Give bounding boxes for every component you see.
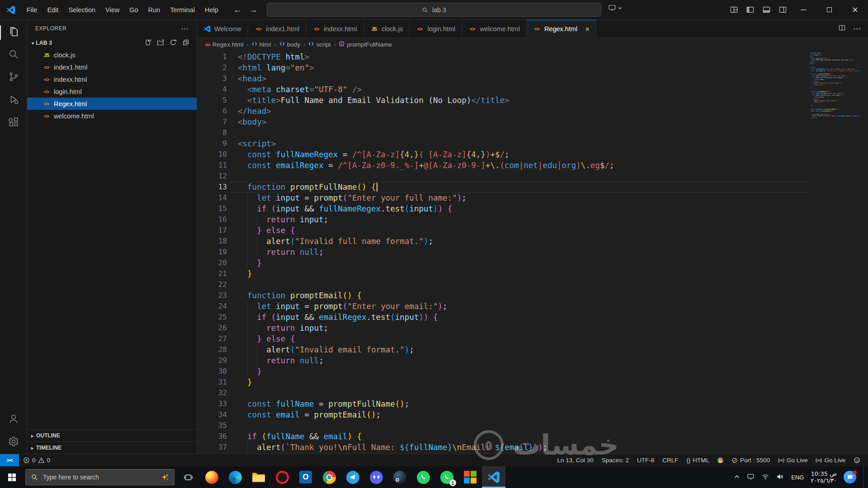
- code-line-3[interactable]: 3<head>: [197, 73, 808, 84]
- more-actions-icon[interactable]: ⋯: [853, 24, 861, 33]
- code-line-19[interactable]: 19 return null;: [197, 247, 808, 258]
- chat-notification-icon[interactable]: [844, 471, 856, 483]
- refresh-icon[interactable]: [170, 39, 177, 47]
- taskbar-app-file-explorer[interactable]: [247, 466, 270, 488]
- file-item-clock.js[interactable]: JSclock.js: [27, 49, 197, 61]
- code-editor[interactable]: 1<!DOCTYPE html>2<html lang="en">3<head>…: [197, 51, 868, 454]
- code-line-11[interactable]: 11 const emailRegex = /^[A-Za-z0-9._%-]+…: [197, 160, 808, 171]
- taskbar-app-discord[interactable]: [364, 466, 388, 488]
- code-line-32[interactable]: 32: [197, 388, 808, 399]
- new-file-icon[interactable]: [144, 39, 151, 47]
- code-line-6[interactable]: 6</head>: [197, 106, 808, 117]
- menu-help[interactable]: Help: [200, 0, 223, 19]
- menu-go[interactable]: Go: [124, 0, 143, 19]
- code-line-9[interactable]: 9<script>: [197, 138, 808, 149]
- code-line-33[interactable]: 33 const fullName = promptFullName();: [197, 399, 808, 409]
- taskbar-app-edge[interactable]: [223, 466, 247, 488]
- back-arrow-icon[interactable]: ←: [233, 5, 242, 15]
- code-line-7[interactable]: 7<body>: [197, 117, 808, 127]
- customize-layout-icon[interactable]: [726, 0, 742, 19]
- code-line-27[interactable]: 27 } else {: [197, 333, 808, 344]
- code-line-5[interactable]: 5 <title>Full Name and Email Validation …: [197, 95, 808, 106]
- activitybar-explorer[interactable]: [0, 21, 27, 44]
- taskbar-app-whatsapp[interactable]: [411, 466, 435, 488]
- minimap[interactable]: <!DOCTYPE html><html lang="en"><head> <m…: [809, 52, 861, 188]
- breadcrumb-item-script[interactable]: script: [308, 41, 330, 48]
- code-line-31[interactable]: 31 }: [197, 377, 808, 388]
- toggle-panel-icon[interactable]: [758, 0, 774, 19]
- activitybar-manage[interactable]: [0, 431, 27, 454]
- tab-indexx.html[interactable]: <>indexx.html: [306, 20, 363, 38]
- start-button[interactable]: [0, 466, 24, 488]
- code-line-12[interactable]: 12: [197, 171, 808, 182]
- activitybar-run-and-debug[interactable]: [0, 89, 27, 112]
- code-line-28[interactable]: 28 alert("Invalid email format.");: [197, 344, 808, 355]
- tab-login.html[interactable]: <>login.html: [410, 20, 462, 38]
- menu-run[interactable]: Run: [143, 0, 165, 19]
- collapse-all-icon[interactable]: [182, 39, 189, 47]
- workspace-section-header[interactable]: ▾ LAB 3: [27, 37, 197, 49]
- code-line-22[interactable]: 22: [197, 279, 808, 290]
- status-live-server-port[interactable]: Port : 5500: [727, 454, 774, 466]
- breadcrumb-item-Regex.html[interactable]: <>Regex.html: [205, 41, 243, 48]
- taskbar-app-chrome[interactable]: [317, 466, 341, 488]
- status-browser-status[interactable]: [713, 454, 727, 466]
- taskbar-app-outlook[interactable]: O: [294, 466, 317, 488]
- problems-status[interactable]: 0 0: [19, 454, 54, 466]
- taskbar-search-box[interactable]: Type here to search: [25, 469, 175, 485]
- code-line-16[interactable]: 16 return input;: [197, 214, 808, 225]
- breadcrumb-item-html[interactable]: html: [252, 41, 271, 48]
- tab-welcome.html[interactable]: <>welcome.html: [462, 20, 527, 38]
- code-line-36[interactable]: 36 if (fullName && email) {: [197, 431, 808, 442]
- maximize-button[interactable]: [816, 0, 842, 19]
- code-line-34[interactable]: 34 const email = promptEmail();: [197, 409, 808, 420]
- timeline-panel-header[interactable]: ▸ TIMELINE: [27, 441, 197, 454]
- code-line-25[interactable]: 25 if (input && emailRegex.test(input)) …: [197, 312, 808, 323]
- tab-clock.js[interactable]: JSclock.js: [364, 20, 410, 38]
- language-indicator[interactable]: ENG: [791, 474, 804, 481]
- activitybar-source-control[interactable]: [0, 66, 27, 89]
- menu-selection[interactable]: Selection: [63, 0, 100, 19]
- code-line-4[interactable]: 4 <meta charset="UTF-8" />: [197, 84, 808, 95]
- activitybar-search[interactable]: [0, 44, 27, 66]
- taskbar-app-vscode[interactable]: [482, 466, 505, 488]
- code-line-10[interactable]: 10 const fullNameRegex = /^[A-Za-z]{4,}(…: [197, 149, 808, 160]
- status-language-mode[interactable]: {}HTML: [682, 454, 713, 466]
- code-line-35[interactable]: 35: [197, 420, 808, 431]
- wifi-icon[interactable]: [761, 473, 769, 482]
- taskbar-app-telegram[interactable]: [341, 466, 364, 488]
- code-line-14[interactable]: 14 let input = prompt("Enter your full n…: [197, 192, 808, 203]
- status-cursor-position[interactable]: Ln 13, Col 30: [553, 454, 598, 466]
- close-button[interactable]: ×: [842, 0, 868, 19]
- taskbar-app-firefox[interactable]: [200, 466, 223, 488]
- file-item-index1.html[interactable]: <>index1.html: [27, 61, 197, 73]
- status-feedback[interactable]: [849, 454, 864, 466]
- code-line-18[interactable]: 18 alert("Invalid full name format.");: [197, 236, 808, 247]
- tab-Regex.html[interactable]: <>Regex.html×: [527, 20, 596, 38]
- code-line-8[interactable]: 8: [197, 127, 808, 138]
- code-line-38[interactable]: 38 } else {: [197, 453, 808, 454]
- show-desktop-strip[interactable]: [863, 466, 865, 488]
- volume-icon[interactable]: [776, 473, 784, 482]
- file-item-welcome.html[interactable]: <>welcome.html: [27, 110, 197, 122]
- menu-file[interactable]: File: [22, 0, 42, 19]
- remote-window-indicator[interactable]: [608, 4, 623, 12]
- tray-chevron-up-icon[interactable]: [734, 474, 740, 481]
- menu-terminal[interactable]: Terminal: [165, 0, 200, 19]
- breadcrumb-item-promptFullName[interactable]: promptFullName: [339, 41, 392, 48]
- remote-indicator[interactable]: ><: [0, 454, 19, 466]
- code-line-24[interactable]: 24 let input = prompt("Enter your email:…: [197, 301, 808, 312]
- split-editor-icon[interactable]: [838, 24, 846, 33]
- code-line-13[interactable]: 13 function promptFullName() {: [197, 182, 808, 192]
- toggle-secondary-sidebar-icon[interactable]: [774, 0, 791, 19]
- code-line-23[interactable]: 23 function promptEmail() {: [197, 290, 808, 301]
- code-line-2[interactable]: 2<html lang="en">: [197, 62, 808, 73]
- status-eol[interactable]: CRLF: [658, 454, 682, 466]
- new-folder-icon[interactable]: [157, 39, 164, 47]
- breadcrumb-item-body[interactable]: body: [279, 41, 300, 48]
- code-line-1[interactable]: 1<!DOCTYPE html>: [197, 52, 808, 62]
- code-line-20[interactable]: 20 }: [197, 258, 808, 268]
- file-item-indexx.html[interactable]: <>indexx.html: [27, 73, 197, 85]
- tab-index1.html[interactable]: <>index1.html: [248, 20, 306, 38]
- activitybar-accounts[interactable]: [0, 408, 27, 431]
